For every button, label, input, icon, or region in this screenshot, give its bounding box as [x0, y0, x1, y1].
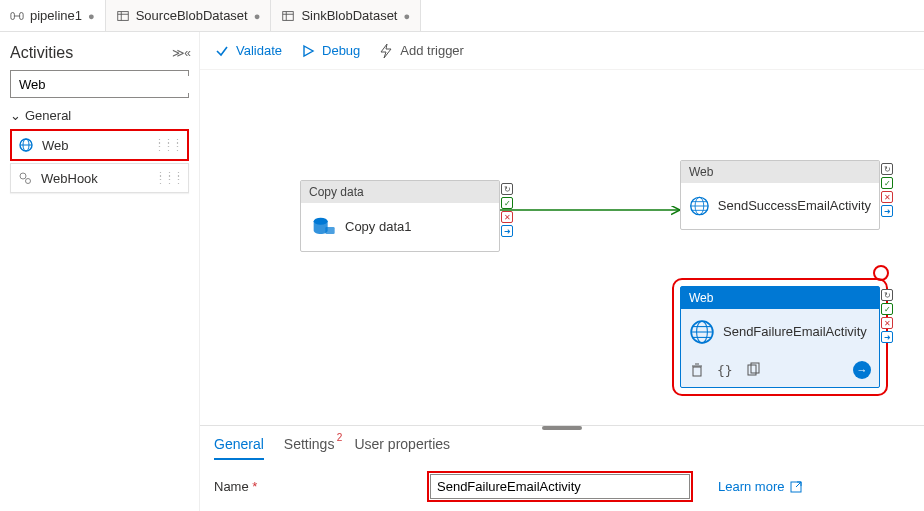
learn-more-label: Learn more: [718, 479, 784, 494]
svg-rect-6: [283, 11, 294, 20]
delete-icon[interactable]: [689, 362, 705, 378]
drag-grip-icon[interactable]: ⋮⋮⋮⋮⋮⋮: [154, 141, 181, 149]
node-send-failure-email[interactable]: Web SendFailureEmailActivity {} → ↻ ✓ ✕ …: [680, 286, 880, 388]
prop-tab-settings-label: Settings: [284, 436, 335, 452]
required-marker: *: [252, 479, 257, 494]
node-title: Copy data1: [345, 219, 412, 235]
activity-web-label: Web: [42, 138, 69, 153]
properties-panel: General Settings 2 User properties Name …: [200, 425, 924, 511]
port-sync-icon[interactable]: ↻: [881, 163, 893, 175]
svg-rect-19: [325, 227, 334, 234]
prop-tab-general[interactable]: General: [214, 436, 264, 460]
activity-web[interactable]: Web ⋮⋮⋮⋮⋮⋮: [10, 129, 189, 161]
port-success-icon[interactable]: ✓: [881, 303, 893, 315]
port-success-icon[interactable]: ✓: [501, 197, 513, 209]
activities-title: Activities: [10, 44, 73, 62]
prop-tab-user-properties[interactable]: User properties: [354, 436, 450, 460]
svg-rect-30: [693, 367, 701, 376]
copy-icon: [309, 213, 337, 241]
port-success-icon[interactable]: ✓: [881, 177, 893, 189]
svg-rect-0: [11, 12, 15, 19]
port-failure-icon[interactable]: ✕: [881, 191, 893, 203]
panel-drag-handle[interactable]: [542, 426, 582, 430]
name-label: Name *: [214, 479, 414, 494]
port-completion-icon[interactable]: ➜: [881, 205, 893, 217]
gears-icon: [17, 170, 33, 186]
tab-dirty-dot: ●: [88, 10, 95, 22]
node-send-success-email[interactable]: Web SendSuccessEmailActivity ↻ ✓ ✕ ➜: [680, 160, 880, 230]
node-action-bar: {} →: [681, 355, 879, 387]
port-sync-icon[interactable]: ↻: [501, 183, 513, 195]
pipeline-canvas[interactable]: Copy data Copy data1 ↻ ✓ ✕ ➜ Web SendSuc…: [200, 70, 924, 425]
svg-marker-16: [304, 46, 313, 56]
svg-rect-3: [117, 11, 128, 20]
status-ports: ↻ ✓ ✕ ➜: [501, 183, 513, 237]
debug-button[interactable]: Debug: [300, 43, 360, 59]
code-icon[interactable]: {}: [717, 363, 733, 378]
globe-icon: [689, 319, 715, 345]
tab-source-label: SourceBlobDataset: [136, 8, 248, 23]
activity-webhook-label: WebHook: [41, 171, 98, 186]
add-trigger-label: Add trigger: [400, 43, 464, 58]
tab-dirty-dot: ●: [404, 10, 411, 22]
port-completion-icon[interactable]: ➜: [881, 331, 893, 343]
globe-icon: [689, 193, 710, 219]
node-title: SendSuccessEmailActivity: [718, 198, 871, 214]
port-failure-icon[interactable]: ✕: [501, 211, 513, 223]
tab-pipeline[interactable]: pipeline1 ●: [0, 0, 106, 31]
activities-panel: Activities ≫ « ⌄ General Web ⋮⋮⋮⋮⋮⋮ WebH…: [0, 32, 200, 511]
canvas-toolbar: Validate Debug Add trigger: [200, 32, 924, 70]
activities-search[interactable]: [10, 70, 189, 98]
debug-label: Debug: [322, 43, 360, 58]
pipeline-icon: [10, 9, 24, 23]
node-copy-data[interactable]: Copy data Copy data1 ↻ ✓ ✕ ➜: [300, 180, 500, 252]
check-icon: [214, 43, 230, 59]
search-input[interactable]: [17, 76, 189, 93]
node-header: Web: [681, 287, 879, 309]
activity-webhook[interactable]: WebHook ⋮⋮⋮⋮⋮⋮: [10, 163, 189, 193]
chevron-down-icon: ⌄: [10, 108, 21, 123]
clone-icon[interactable]: [745, 362, 761, 378]
tab-pipeline-label: pipeline1: [30, 8, 82, 23]
play-icon: [300, 43, 316, 59]
panel-collapse-icon[interactable]: ≫ «: [172, 46, 189, 60]
dataset-icon: [116, 9, 130, 23]
dataset-icon: [281, 9, 295, 23]
svg-point-15: [26, 179, 31, 184]
validate-label: Validate: [236, 43, 282, 58]
bolt-icon: [378, 43, 394, 59]
tab-source-dataset[interactable]: SourceBlobDataset ●: [106, 0, 272, 31]
node-title: SendFailureEmailActivity: [723, 324, 867, 340]
settings-badge: 2: [337, 432, 343, 443]
svg-line-36: [796, 482, 801, 487]
add-trigger-button[interactable]: Add trigger: [378, 43, 464, 59]
node-header: Web: [681, 161, 879, 183]
status-ports: ↻ ✓ ✕ ➜: [881, 289, 893, 343]
port-completion-icon[interactable]: ➜: [501, 225, 513, 237]
tab-sink-dataset[interactable]: SinkBlobDataset ●: [271, 0, 421, 31]
port-failure-icon[interactable]: ✕: [881, 317, 893, 329]
svg-rect-1: [20, 12, 24, 19]
open-details-icon[interactable]: →: [853, 361, 871, 379]
learn-more-link[interactable]: Learn more: [718, 479, 804, 495]
svg-point-14: [20, 173, 26, 179]
group-label: General: [25, 108, 71, 123]
tab-sink-label: SinkBlobDataset: [301, 8, 397, 23]
external-link-icon: [788, 479, 804, 495]
drag-grip-icon[interactable]: ⋮⋮⋮⋮⋮⋮: [155, 174, 182, 182]
highlight-marker-icon: [873, 265, 889, 281]
svg-marker-17: [381, 44, 391, 58]
tab-dirty-dot: ●: [254, 10, 261, 22]
name-input[interactable]: [430, 474, 690, 499]
group-general[interactable]: ⌄ General: [10, 108, 189, 123]
node-header: Copy data: [301, 181, 499, 203]
port-sync-icon[interactable]: ↻: [881, 289, 893, 301]
prop-tab-general-label: General: [214, 436, 264, 452]
editor-tabstrip: pipeline1 ● SourceBlobDataset ● SinkBlob…: [0, 0, 924, 32]
prop-tab-userprops-label: User properties: [354, 436, 450, 452]
status-ports: ↻ ✓ ✕ ➜: [881, 163, 893, 217]
validate-button[interactable]: Validate: [214, 43, 282, 59]
globe-icon: [18, 137, 34, 153]
prop-tab-settings[interactable]: Settings 2: [284, 436, 335, 460]
